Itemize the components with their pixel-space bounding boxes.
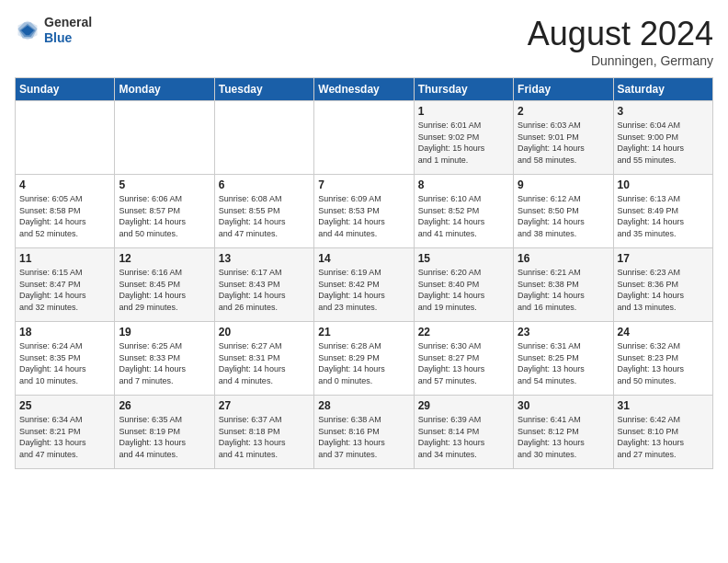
day-info: Sunrise: 6:04 AM Sunset: 9:00 PM Dayligh…: [618, 120, 709, 166]
calendar-cell: 31Sunrise: 6:42 AM Sunset: 8:10 PM Dayli…: [613, 396, 712, 469]
day-number: 9: [518, 178, 609, 191]
page-header: General Blue August 2024 Dunningen, Germ…: [15, 15, 713, 68]
day-info: Sunrise: 6:31 AM Sunset: 8:25 PM Dayligh…: [518, 340, 609, 386]
calendar-cell: 4Sunrise: 6:05 AM Sunset: 8:58 PM Daylig…: [16, 175, 115, 248]
title-block: August 2024 Dunningen, Germany: [528, 15, 713, 68]
day-number: 17: [618, 252, 709, 265]
day-info: Sunrise: 6:35 AM Sunset: 8:19 PM Dayligh…: [119, 414, 210, 460]
calendar-week-row: 11Sunrise: 6:15 AM Sunset: 8:47 PM Dayli…: [16, 248, 713, 322]
day-number: 13: [219, 252, 310, 265]
calendar-cell: 24Sunrise: 6:32 AM Sunset: 8:23 PM Dayli…: [613, 322, 712, 396]
day-number: 12: [119, 252, 210, 265]
day-number: 18: [19, 326, 110, 339]
day-info: Sunrise: 6:21 AM Sunset: 8:38 PM Dayligh…: [518, 267, 609, 313]
calendar-cell: [214, 101, 313, 175]
calendar-cell: 1Sunrise: 6:01 AM Sunset: 9:02 PM Daylig…: [414, 101, 513, 175]
calendar-cell: 16Sunrise: 6:21 AM Sunset: 8:38 PM Dayli…: [514, 248, 613, 322]
calendar-cell: 28Sunrise: 6:38 AM Sunset: 8:16 PM Dayli…: [314, 396, 414, 469]
day-number: 15: [418, 252, 509, 265]
calendar-cell: 30Sunrise: 6:41 AM Sunset: 8:12 PM Dayli…: [514, 396, 613, 469]
calendar-cell: 21Sunrise: 6:28 AM Sunset: 8:29 PM Dayli…: [314, 322, 414, 396]
calendar-cell: 27Sunrise: 6:37 AM Sunset: 8:18 PM Dayli…: [214, 396, 313, 469]
logo-blue: Blue: [44, 30, 92, 46]
day-info: Sunrise: 6:13 AM Sunset: 8:49 PM Dayligh…: [618, 193, 709, 239]
calendar-cell: 15Sunrise: 6:20 AM Sunset: 8:40 PM Dayli…: [414, 248, 513, 322]
calendar-cell: 13Sunrise: 6:17 AM Sunset: 8:43 PM Dayli…: [214, 248, 313, 322]
day-number: 28: [318, 399, 409, 412]
day-number: 24: [618, 326, 709, 339]
day-info: Sunrise: 6:16 AM Sunset: 8:45 PM Dayligh…: [119, 267, 210, 313]
logo-general: General: [44, 15, 92, 30]
day-number: 21: [318, 326, 409, 339]
day-info: Sunrise: 6:32 AM Sunset: 8:23 PM Dayligh…: [618, 340, 709, 386]
day-info: Sunrise: 6:06 AM Sunset: 8:57 PM Dayligh…: [119, 193, 210, 239]
day-info: Sunrise: 6:23 AM Sunset: 8:36 PM Dayligh…: [618, 267, 709, 313]
day-info: Sunrise: 6:37 AM Sunset: 8:18 PM Dayligh…: [219, 414, 310, 460]
day-info: Sunrise: 6:39 AM Sunset: 8:14 PM Dayligh…: [418, 414, 509, 460]
day-number: 25: [19, 399, 110, 412]
calendar-week-row: 25Sunrise: 6:34 AM Sunset: 8:21 PM Dayli…: [16, 396, 713, 469]
weekday-header: Monday: [115, 78, 214, 101]
day-info: Sunrise: 6:25 AM Sunset: 8:33 PM Dayligh…: [119, 340, 210, 386]
calendar-table: SundayMondayTuesdayWednesdayThursdayFrid…: [15, 77, 713, 469]
weekday-header: Sunday: [16, 78, 115, 101]
day-info: Sunrise: 6:10 AM Sunset: 8:52 PM Dayligh…: [418, 193, 509, 239]
calendar-week-row: 1Sunrise: 6:01 AM Sunset: 9:02 PM Daylig…: [16, 101, 713, 175]
logo-text: General Blue: [44, 15, 92, 46]
day-info: Sunrise: 6:15 AM Sunset: 8:47 PM Dayligh…: [19, 267, 110, 313]
calendar-cell: 14Sunrise: 6:19 AM Sunset: 8:42 PM Dayli…: [314, 248, 414, 322]
day-number: 8: [418, 178, 509, 191]
day-number: 20: [219, 326, 310, 339]
day-number: 10: [618, 178, 709, 191]
day-info: Sunrise: 6:30 AM Sunset: 8:27 PM Dayligh…: [418, 340, 509, 386]
day-number: 22: [418, 326, 509, 339]
calendar-cell: 25Sunrise: 6:34 AM Sunset: 8:21 PM Dayli…: [16, 396, 115, 469]
weekday-header: Thursday: [414, 78, 513, 101]
weekday-header: Tuesday: [214, 78, 313, 101]
calendar-cell: 3Sunrise: 6:04 AM Sunset: 9:00 PM Daylig…: [613, 101, 712, 175]
weekday-header: Friday: [514, 78, 613, 101]
weekday-header-row: SundayMondayTuesdayWednesdayThursdayFrid…: [16, 78, 713, 101]
day-info: Sunrise: 6:01 AM Sunset: 9:02 PM Dayligh…: [418, 120, 509, 166]
day-number: 23: [518, 326, 609, 339]
day-number: 26: [119, 399, 210, 412]
calendar-cell: 29Sunrise: 6:39 AM Sunset: 8:14 PM Dayli…: [414, 396, 513, 469]
day-number: 7: [318, 178, 409, 191]
day-number: 14: [318, 252, 409, 265]
calendar-cell: 6Sunrise: 6:08 AM Sunset: 8:55 PM Daylig…: [214, 175, 313, 248]
calendar-cell: 2Sunrise: 6:03 AM Sunset: 9:01 PM Daylig…: [514, 101, 613, 175]
calendar-title: August 2024: [528, 15, 713, 53]
day-info: Sunrise: 6:38 AM Sunset: 8:16 PM Dayligh…: [318, 414, 409, 460]
calendar-cell: 23Sunrise: 6:31 AM Sunset: 8:25 PM Dayli…: [514, 322, 613, 396]
calendar-cell: 10Sunrise: 6:13 AM Sunset: 8:49 PM Dayli…: [613, 175, 712, 248]
calendar-cell: [115, 101, 214, 175]
calendar-week-row: 18Sunrise: 6:24 AM Sunset: 8:35 PM Dayli…: [16, 322, 713, 396]
day-info: Sunrise: 6:42 AM Sunset: 8:10 PM Dayligh…: [618, 414, 709, 460]
calendar-cell: [314, 101, 414, 175]
day-info: Sunrise: 6:24 AM Sunset: 8:35 PM Dayligh…: [19, 340, 110, 386]
calendar-cell: 17Sunrise: 6:23 AM Sunset: 8:36 PM Dayli…: [613, 248, 712, 322]
day-number: 19: [119, 326, 210, 339]
day-info: Sunrise: 6:28 AM Sunset: 8:29 PM Dayligh…: [318, 340, 409, 386]
calendar-cell: 18Sunrise: 6:24 AM Sunset: 8:35 PM Dayli…: [16, 322, 115, 396]
logo: General Blue: [15, 15, 92, 46]
day-info: Sunrise: 6:34 AM Sunset: 8:21 PM Dayligh…: [19, 414, 110, 460]
day-number: 16: [518, 252, 609, 265]
calendar-cell: 12Sunrise: 6:16 AM Sunset: 8:45 PM Dayli…: [115, 248, 214, 322]
calendar-week-row: 4Sunrise: 6:05 AM Sunset: 8:58 PM Daylig…: [16, 175, 713, 248]
day-info: Sunrise: 6:03 AM Sunset: 9:01 PM Dayligh…: [518, 120, 609, 166]
day-number: 30: [518, 399, 609, 412]
day-number: 31: [618, 399, 709, 412]
day-info: Sunrise: 6:12 AM Sunset: 8:50 PM Dayligh…: [518, 193, 609, 239]
calendar-cell: [16, 101, 115, 175]
day-number: 5: [119, 178, 210, 191]
calendar-cell: 8Sunrise: 6:10 AM Sunset: 8:52 PM Daylig…: [414, 175, 513, 248]
calendar-cell: 22Sunrise: 6:30 AM Sunset: 8:27 PM Dayli…: [414, 322, 513, 396]
calendar-cell: 7Sunrise: 6:09 AM Sunset: 8:53 PM Daylig…: [314, 175, 414, 248]
calendar-cell: 5Sunrise: 6:06 AM Sunset: 8:57 PM Daylig…: [115, 175, 214, 248]
logo-icon: [15, 17, 40, 43]
day-number: 11: [19, 252, 110, 265]
day-number: 3: [618, 105, 709, 118]
day-info: Sunrise: 6:17 AM Sunset: 8:43 PM Dayligh…: [219, 267, 310, 313]
day-info: Sunrise: 6:09 AM Sunset: 8:53 PM Dayligh…: [318, 193, 409, 239]
